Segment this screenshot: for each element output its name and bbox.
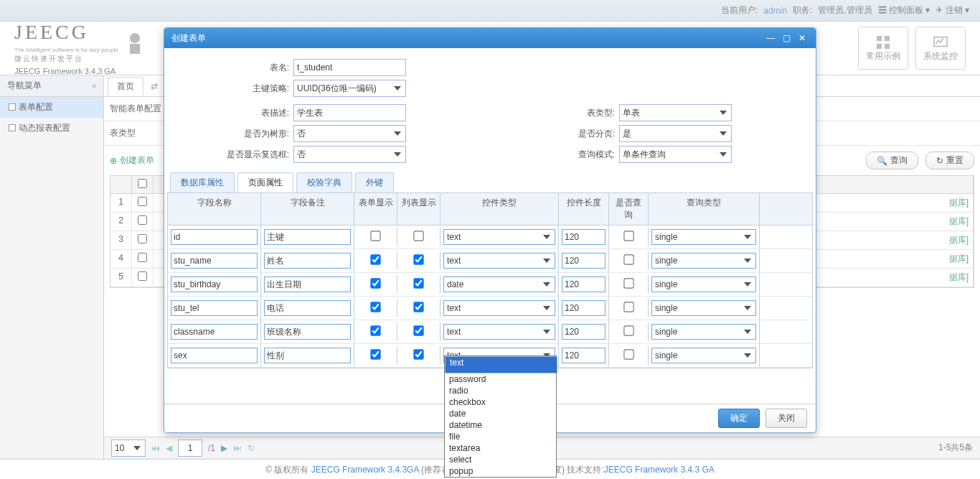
pager-next-icon[interactable]: ▶ [221, 443, 227, 453]
field-remark-input[interactable] [264, 348, 351, 363]
page-input[interactable] [178, 440, 202, 457]
list-show-check[interactable] [413, 325, 423, 335]
control-len-input[interactable] [562, 348, 606, 363]
select-all[interactable] [138, 179, 147, 188]
control-len-input[interactable] [562, 300, 606, 316]
list-show-check[interactable] [413, 278, 423, 288]
list-show-check[interactable] [413, 254, 423, 264]
pager-last-icon[interactable]: ⏭ [233, 443, 242, 453]
select-is-tree[interactable]: 否 [293, 125, 406, 142]
subtab-db[interactable]: 数据库属性 [170, 172, 235, 192]
form-show-check[interactable] [370, 325, 380, 335]
sidebar-item-form-config[interactable]: 表单配置 [0, 97, 103, 118]
logout-link[interactable]: ✈ 注销 ▾ [936, 4, 969, 17]
query-type-select[interactable]: single [651, 348, 756, 363]
pager-refresh-icon[interactable]: ↻ [248, 443, 255, 453]
search-button[interactable]: 🔍查询 [866, 152, 918, 169]
is-query-check[interactable] [623, 231, 633, 241]
field-name-input[interactable] [171, 348, 258, 363]
input-table-name[interactable] [293, 59, 406, 76]
input-desc[interactable] [293, 104, 406, 121]
dropdown-option[interactable]: textarea [445, 442, 556, 454]
tile-monitor[interactable]: 系统监控 [915, 27, 966, 70]
footer-support[interactable]: JEECG Framework 3.4.3 GA [604, 465, 715, 475]
list-show-check[interactable] [413, 231, 423, 241]
form-show-check[interactable] [370, 349, 380, 359]
is-query-check[interactable] [623, 254, 633, 264]
reset-button[interactable]: ↻重置 [925, 152, 974, 169]
close-icon[interactable]: ✕ [796, 32, 809, 44]
control-type-select[interactable]: text [443, 300, 555, 316]
dropdown-option[interactable]: date [445, 408, 556, 419]
field-remark-input[interactable] [264, 253, 351, 269]
maximize-icon[interactable]: ▢ [780, 32, 793, 44]
dropdown-option[interactable]: file [445, 431, 556, 442]
close-button[interactable]: 关闭 [765, 409, 807, 428]
tab-scroll-icon[interactable]: ⇄ [151, 81, 158, 91]
dropdown-option[interactable]: popup [445, 465, 556, 477]
control-type-dropdown[interactable]: textpasswordradiocheckboxdatedatetimefil… [444, 355, 557, 478]
page-size[interactable]: 10 [111, 440, 146, 457]
dropdown-option[interactable]: text [445, 356, 557, 373]
form-show-check[interactable] [370, 278, 380, 288]
create-form-button[interactable]: ⊕创建表单 [110, 154, 154, 167]
pager-prev-icon[interactable]: ◀ [166, 443, 172, 453]
list-show-check[interactable] [413, 302, 423, 312]
collapse-icon[interactable]: « [92, 82, 96, 90]
field-name-input[interactable] [171, 300, 258, 316]
control-type-select[interactable]: date [443, 276, 555, 292]
control-panel-link[interactable]: ☰ 控制面板 ▾ [878, 4, 930, 17]
current-user-label: 当前用户: [721, 4, 758, 17]
list-show-check[interactable] [413, 349, 423, 359]
form-show-check[interactable] [370, 254, 380, 264]
select-query-mode[interactable]: 单条件查询 [619, 146, 732, 163]
footer-product[interactable]: JEECG Framework 3.4.3GA [311, 465, 419, 475]
is-query-check[interactable] [623, 325, 633, 335]
control-type-select[interactable]: text [443, 229, 555, 245]
control-type-select[interactable]: text [443, 253, 555, 269]
field-name-input[interactable] [171, 276, 258, 292]
is-query-check[interactable] [623, 302, 633, 312]
dropdown-option[interactable]: checkbox [445, 396, 556, 408]
query-type-select[interactable]: single [651, 300, 756, 316]
control-len-input[interactable] [562, 276, 606, 292]
tile-examples[interactable]: 常用示例 [858, 27, 908, 70]
subtab-validate[interactable]: 校验字典 [296, 172, 352, 192]
query-type-select[interactable]: single [651, 229, 756, 245]
is-query-check[interactable] [623, 349, 633, 359]
query-type-select[interactable]: single [651, 276, 756, 292]
minimize-icon[interactable]: — [764, 32, 777, 44]
is-query-check[interactable] [623, 278, 633, 288]
field-name-input[interactable] [171, 253, 258, 269]
select-table-type[interactable]: 单表 [619, 104, 732, 121]
query-type-select[interactable]: single [651, 324, 756, 340]
select-show-checkbox[interactable]: 否 [293, 146, 406, 163]
pager-first-icon[interactable]: ⏮ [151, 443, 160, 453]
form-show-check[interactable] [370, 302, 380, 312]
control-len-input[interactable] [562, 253, 606, 269]
field-remark-input[interactable] [264, 276, 351, 292]
dropdown-option[interactable]: password [445, 373, 556, 385]
field-remark-input[interactable] [264, 229, 351, 245]
query-type-select[interactable]: single [651, 253, 756, 269]
field-name-input[interactable] [171, 324, 258, 340]
field-row: text single [168, 225, 812, 249]
form-show-check[interactable] [370, 231, 380, 241]
current-user[interactable]: admin [763, 6, 787, 16]
control-len-input[interactable] [562, 324, 606, 340]
sidebar-item-report-config[interactable]: 动态报表配置 [0, 118, 103, 139]
field-name-input[interactable] [171, 229, 258, 245]
dropdown-option[interactable]: datetime [445, 419, 556, 431]
subtab-fk[interactable]: 外键 [355, 172, 394, 192]
subtab-page[interactable]: 页面属性 [237, 172, 293, 192]
control-len-input[interactable] [562, 229, 606, 245]
ok-button[interactable]: 确定 [718, 409, 760, 428]
tab-home[interactable]: 首页 [108, 77, 143, 96]
dropdown-option[interactable]: select [445, 454, 556, 465]
select-pk-strategy[interactable]: UUID(36位唯一编码) [293, 80, 406, 97]
control-type-select[interactable]: text [443, 324, 555, 340]
field-remark-input[interactable] [264, 300, 351, 316]
dropdown-option[interactable]: radio [445, 385, 556, 396]
field-remark-input[interactable] [264, 324, 351, 340]
select-is-page[interactable]: 是 [619, 125, 732, 142]
